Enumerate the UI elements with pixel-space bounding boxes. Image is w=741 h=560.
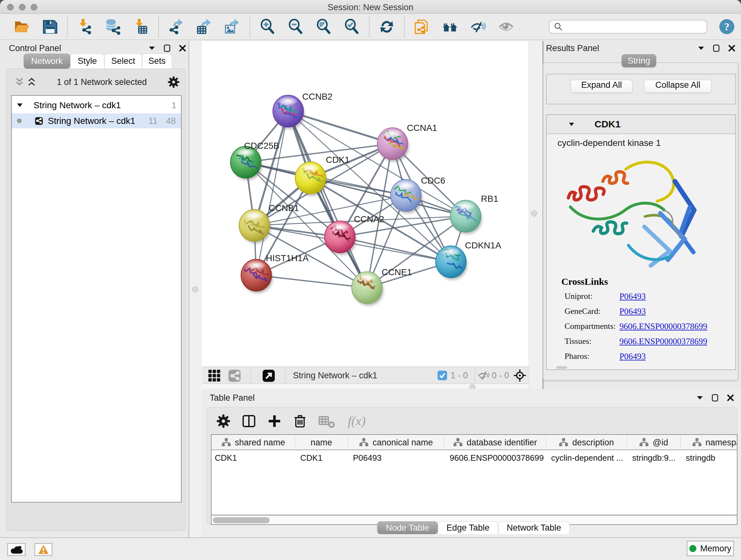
add-column-icon[interactable] <box>267 414 281 428</box>
right-splitter[interactable] <box>529 41 542 389</box>
expand-all-button[interactable]: Expand All <box>570 80 632 93</box>
tab-node-table[interactable]: Node Table <box>377 521 438 534</box>
collection-expander-icon[interactable] <box>16 102 23 109</box>
network-node-CCNA1[interactable]: CCNA1 <box>377 123 437 162</box>
network-node-CDK1[interactable]: CDK1 <box>295 155 350 196</box>
table-cell[interactable]: CDK1 <box>300 451 349 465</box>
tab-style[interactable]: Style <box>70 54 105 69</box>
crosslink-link[interactable]: P06493 <box>619 352 646 361</box>
crosslink-link[interactable]: 9606.ENSP00000378699 <box>619 321 707 331</box>
network-node-CDC25B[interactable]: CDC25B <box>230 141 279 180</box>
scrollbar-thumb[interactable] <box>213 517 270 523</box>
search-input[interactable] <box>565 22 699 32</box>
zoom-selected-icon[interactable] <box>344 19 360 35</box>
share-view-icon[interactable] <box>228 370 241 382</box>
collapse-all-button[interactable]: Collapse All <box>644 80 712 93</box>
table-options-gear-icon[interactable] <box>216 414 230 428</box>
table-cell[interactable]: cyclin-dependent ... <box>551 451 628 465</box>
hide-graphics-icon[interactable] <box>470 19 486 35</box>
node-label: HIST1H1A <box>266 253 309 263</box>
panel-float-icon[interactable] <box>711 394 719 402</box>
network-node-RB1[interactable]: RB1 <box>450 194 498 234</box>
open-session-icon[interactable] <box>14 19 30 35</box>
network-node-CCNB1[interactable]: CCNB1 <box>239 203 299 243</box>
network-canvas[interactable]: CCNB2CCNA1CDC25BCDK1CDC6RB1CCNB1CCNA2CDK… <box>202 41 529 367</box>
delete-column-icon[interactable] <box>293 414 307 428</box>
export-table-icon[interactable] <box>196 19 212 35</box>
network-node-HIST1H1A[interactable]: HIST1H1A <box>241 253 309 293</box>
column-header-sharedname[interactable]: shared name <box>212 435 295 450</box>
network-row-selected[interactable]: String Network – cdk1 11 48 <box>12 113 181 128</box>
open-in-window-icon[interactable] <box>262 370 275 382</box>
save-session-icon[interactable] <box>42 19 58 35</box>
show-graphics-icon[interactable] <box>498 19 514 35</box>
table-cell[interactable]: 9606.ENSP00000378699 <box>450 451 547 465</box>
column-header-name[interactable]: name <box>295 435 348 450</box>
network-edge[interactable] <box>256 275 367 288</box>
column-header-databaseidentifier[interactable]: database identifier <box>445 435 546 450</box>
selected-checkbox-icon[interactable] <box>437 370 448 381</box>
zoom-out-icon[interactable] <box>287 19 304 35</box>
home-network-icon[interactable] <box>442 19 458 35</box>
refresh-icon[interactable] <box>379 19 395 35</box>
import-database-icon[interactable] <box>105 19 121 35</box>
memory-button[interactable]: Memory <box>687 541 734 556</box>
column-header-canonicalname[interactable]: canonical name <box>348 435 445 450</box>
share-document-icon[interactable] <box>414 19 430 35</box>
tab-edge-table[interactable]: Edge Table <box>438 521 498 534</box>
import-table-icon[interactable] <box>133 19 149 35</box>
help-icon[interactable]: ? <box>719 19 735 35</box>
search-field[interactable] <box>549 20 707 34</box>
panel-menu-icon[interactable] <box>696 394 704 402</box>
scrollbar-thumb[interactable] <box>556 366 567 369</box>
network-edge[interactable] <box>256 111 288 275</box>
zoom-in-icon[interactable] <box>259 19 275 35</box>
panel-menu-icon[interactable] <box>148 44 156 52</box>
splitter-handle[interactable] <box>531 210 537 216</box>
collapse-all-tree-icon[interactable] <box>15 77 24 87</box>
protein-expander-icon[interactable] <box>568 121 575 128</box>
crosslink-link[interactable]: 9606.ENSP00000378699 <box>619 336 707 347</box>
network-edge[interactable] <box>340 237 451 262</box>
zoom-fit-icon[interactable] <box>316 19 332 35</box>
panel-float-icon[interactable] <box>712 44 721 52</box>
import-network-icon[interactable] <box>77 19 93 35</box>
left-splitter[interactable] <box>189 41 202 537</box>
table-cell[interactable]: stringdb <box>686 451 738 465</box>
column-header-description[interactable]: description <box>546 435 627 450</box>
panel-float-icon[interactable] <box>163 44 172 52</box>
network-node-CDKN1A[interactable]: CDKN1A <box>435 240 501 280</box>
panel-close-icon[interactable] <box>728 44 736 52</box>
node-label: CCNE1 <box>382 267 412 277</box>
grid-view-icon[interactable] <box>208 370 221 382</box>
network-options-gear-icon[interactable] <box>167 76 180 88</box>
table-cell[interactable]: P06493 <box>353 451 446 465</box>
show-columns-icon[interactable] <box>242 414 256 428</box>
network-node-CCNB2[interactable]: CCNB2 <box>273 91 333 129</box>
export-network-icon[interactable] <box>168 19 184 35</box>
network-collection-row[interactable]: String Network – cdk1 1 <box>12 98 181 113</box>
crosshair-icon[interactable] <box>513 369 527 382</box>
export-image-icon[interactable] <box>224 19 240 35</box>
tab-network-table[interactable]: Network Table <box>498 521 570 534</box>
hidden-eye-icon[interactable] <box>478 370 490 381</box>
panel-menu-icon[interactable] <box>697 44 705 52</box>
table-cell[interactable]: stringdb:9... <box>632 451 682 465</box>
network-node-CCNE1[interactable]: CCNE1 <box>352 267 412 306</box>
tab-network[interactable]: Network <box>23 54 70 69</box>
table-cell[interactable]: CDK1 <box>215 451 294 465</box>
panel-close-icon[interactable] <box>179 44 187 52</box>
tab-sets[interactable]: Sets <box>142 54 172 69</box>
column-header-@id[interactable]: @id <box>627 435 681 450</box>
cloud-button[interactable] <box>7 543 25 556</box>
panel-close-icon[interactable] <box>726 394 735 402</box>
column-header-namespace[interactable]: namespace <box>681 435 738 450</box>
expand-all-tree-icon[interactable] <box>27 77 36 87</box>
network-node-CDC6[interactable]: CDC6 <box>391 176 445 213</box>
crosslink-link[interactable]: P06493 <box>619 307 646 316</box>
splitter-handle[interactable] <box>192 287 198 293</box>
warnings-button[interactable] <box>35 543 52 556</box>
tab-select[interactable]: Select <box>105 54 142 69</box>
tab-string[interactable]: String <box>622 54 656 67</box>
crosslink-link[interactable]: P06493 <box>619 292 646 301</box>
